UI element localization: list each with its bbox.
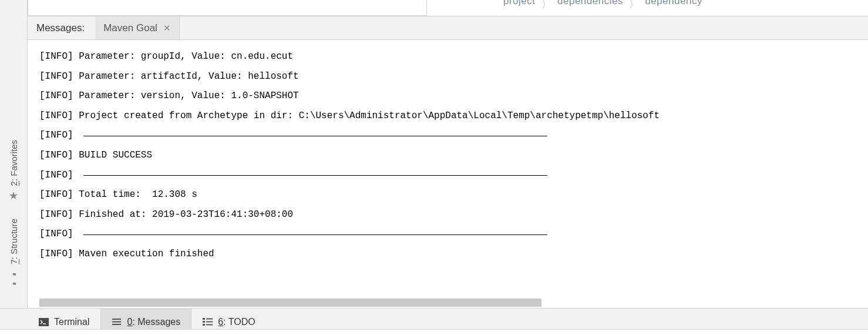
console-line: [INFO] xyxy=(39,166,868,186)
star-icon: ★ xyxy=(9,189,18,202)
tab-label: Maven Goal xyxy=(103,22,157,34)
console-line: [INFO] Parameter: groupId, Value: cn.edu… xyxy=(39,47,868,67)
status-bar-edge xyxy=(0,329,868,335)
svg-rect-10 xyxy=(206,324,213,326)
horizontal-rule xyxy=(83,136,547,136)
svg-rect-8 xyxy=(206,321,213,323)
messages-panel-header: Messages: Maven Goal ✕ xyxy=(28,16,868,40)
horizontal-rule xyxy=(83,175,547,176)
todo-icon xyxy=(203,318,213,326)
panel-title: Messages: xyxy=(28,16,95,39)
messages-console[interactable]: [INFO] Parameter: groupId, Value: cn.edu… xyxy=(28,40,868,308)
console-line: [INFO] BUILD SUCCESS xyxy=(39,146,868,166)
chevron-right-icon: 〉 xyxy=(629,0,640,8)
console-line: [INFO] xyxy=(39,126,868,146)
svg-rect-5 xyxy=(203,318,205,320)
terminal-label: Terminal xyxy=(54,317,89,327)
messages-label: : Messages xyxy=(132,317,180,327)
scrollbar-thumb[interactable] xyxy=(39,299,541,307)
todo-label: : TODO xyxy=(223,317,255,327)
svg-rect-7 xyxy=(203,321,205,323)
console-line: [INFO] xyxy=(39,225,868,244)
horizontal-scrollbar[interactable] xyxy=(39,299,541,307)
console-line: [INFO] Maven execution finished xyxy=(39,244,868,264)
svg-rect-0 xyxy=(39,318,49,326)
editor-blank-area xyxy=(28,0,427,16)
messages-icon xyxy=(112,318,122,326)
tab-maven-goal[interactable]: Maven Goal ✕ xyxy=(95,16,180,39)
breadcrumb-dependencies[interactable]: dependencies xyxy=(557,0,623,7)
breadcrumb: project 〉 dependencies 〉 dependency xyxy=(427,0,868,8)
console-line: [INFO] Finished at: 2019-03-23T16:41:30+… xyxy=(39,205,868,225)
structure-icon: ▪▪▪▪ xyxy=(12,269,15,288)
breadcrumb-project[interactable]: project xyxy=(503,0,536,7)
left-tool-window-bar: 2: Favorites ★ 7: Structure ▪▪▪▪ xyxy=(0,0,28,335)
console-line: [INFO] Parameter: version, Value: 1.0-SN… xyxy=(39,86,868,106)
console-line: [INFO] Project created from Archetype in… xyxy=(39,106,868,126)
svg-rect-6 xyxy=(206,319,213,320)
console-line: [INFO] Total time: 12.308 s xyxy=(39,185,868,205)
console-line: [INFO] Parameter: artifactId, Value: hel… xyxy=(39,67,868,87)
chevron-right-icon: 〉 xyxy=(541,0,552,8)
terminal-icon xyxy=(39,318,49,326)
tool-window-favorites[interactable]: 2: Favorites xyxy=(9,140,19,186)
todo-key: 6 xyxy=(218,317,223,327)
tool-window-structure[interactable]: 7: Structure xyxy=(9,219,19,264)
close-icon[interactable]: ✕ xyxy=(163,23,171,34)
horizontal-rule xyxy=(83,235,547,235)
svg-rect-9 xyxy=(203,324,205,326)
breadcrumb-dependency[interactable]: dependency xyxy=(645,0,702,7)
